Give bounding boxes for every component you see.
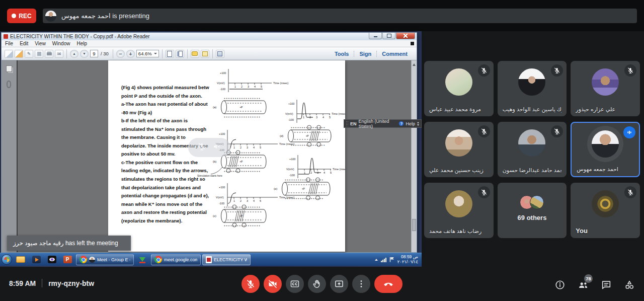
maximize-button[interactable] (382, 33, 395, 39)
help-icon[interactable]: ? (399, 121, 404, 126)
powerpoint-icon[interactable]: P (60, 254, 74, 265)
print-icon[interactable] (45, 50, 53, 58)
page-number-input[interactable]: 9 (90, 50, 98, 57)
pages-panel-icon[interactable] (6, 65, 12, 72)
pen-icon[interactable]: ✎ (25, 50, 33, 58)
participant-tile[interactable]: زينب حسنين محمد علي (424, 122, 494, 177)
people-button[interactable]: 78 (578, 279, 589, 290)
adobe-reader-icon (4, 34, 8, 39)
scroll-up-icon[interactable] (413, 62, 416, 66)
drag-handle-icon[interactable] (346, 121, 348, 126)
svg-text:(c): (c) (213, 214, 216, 217)
participant-tile[interactable]: You (571, 183, 640, 238)
participant-tile[interactable]: 69 others (498, 183, 567, 238)
raise-hand-button[interactable] (308, 275, 326, 293)
menu-item-window[interactable]: Window (52, 41, 70, 46)
expand-icon[interactable] (216, 50, 224, 58)
one-page-icon[interactable] (166, 50, 174, 58)
language-bar-options[interactable] (417, 121, 420, 127)
close-document-icon[interactable] (411, 42, 414, 45)
minimize-button[interactable] (369, 33, 382, 39)
tray-clock[interactable]: 08:59 ص٢٠٢١/٠٦/١٤ (397, 255, 418, 264)
svg-text:2: 2 (240, 146, 242, 149)
menu-item-file[interactable]: File (5, 41, 13, 46)
zoom-in-icon[interactable]: + (126, 50, 135, 58)
activities-button[interactable] (624, 279, 635, 290)
menu-item-edit[interactable]: Edit (20, 41, 28, 46)
comment-icon[interactable] (191, 50, 199, 58)
menu-item-help[interactable]: Help (76, 41, 87, 46)
language-label: English (United States) (359, 119, 397, 129)
export-icon[interactable] (15, 50, 23, 58)
comment-button[interactable]: Comment (376, 51, 413, 57)
note-icon[interactable] (201, 50, 209, 58)
svg-text:V(mV): V(mV) (286, 168, 294, 171)
participant-tile[interactable]: أحمد حامد عبدالرضا حسون (498, 122, 567, 177)
avatar (592, 130, 619, 158)
menu-item-view[interactable]: View (35, 41, 46, 46)
participant-tile[interactable]: احمد جمعه مهوس (571, 122, 640, 177)
svg-text:Time (msec): Time (msec) (273, 82, 289, 85)
window-title: ELECTRICITY WITHIN THE BODY - Copy.pdf -… (10, 34, 150, 39)
participant-tile[interactable]: مروة محمد عبيد عباس (424, 61, 494, 116)
tools-button[interactable]: Tools (330, 51, 354, 57)
participant-name: زينب حسنين محمد علي (429, 167, 484, 174)
mic-off-button[interactable] (242, 275, 260, 293)
presenter-avatar (45, 11, 56, 22)
two-page-icon[interactable] (176, 50, 184, 58)
end-call-button[interactable] (374, 275, 403, 293)
participant-name: علي عزاره حيذور (576, 106, 615, 113)
participant-name: احمد جمعه مهوس (577, 166, 618, 173)
present-button[interactable] (330, 275, 348, 293)
explorer-icon[interactable] (14, 254, 28, 265)
language-bar[interactable]: EN English (United States) ? Help (344, 119, 422, 128)
divider (42, 279, 42, 287)
meeting-details-button[interactable] (554, 279, 566, 290)
camera-off-button[interactable] (264, 275, 282, 293)
participant-tile[interactable]: تبارك ياسين عبد الواحد وهيب (498, 61, 567, 116)
download-manager-icon[interactable] (135, 254, 149, 265)
avatar (445, 129, 472, 157)
hidden-icons-icon[interactable] (375, 257, 378, 261)
captions-button[interactable] (286, 275, 304, 293)
chrome-meet-task[interactable]: Meet - Group E - ... (76, 254, 134, 265)
scrollbar-thumb[interactable] (412, 219, 416, 231)
zoom-out-icon[interactable]: − (116, 50, 125, 58)
zoom-level-input[interactable]: 64.6% (136, 50, 159, 57)
eye-app-icon[interactable] (45, 254, 59, 265)
adobe-title-bar[interactable]: ELECTRICITY WITHIN THE BODY - Copy.pdf -… (2, 33, 417, 40)
svg-text:1: 1 (234, 85, 236, 88)
email-icon[interactable]: ✉ (55, 50, 63, 58)
attachments-icon[interactable] (7, 81, 11, 88)
media-player-icon[interactable] (29, 254, 43, 265)
svg-text:+ + + + + + + + + + + + + + +: + + + + + + + + + + + + + + + + (291, 126, 325, 129)
sign-button[interactable]: Sign (354, 51, 376, 57)
mic-muted-badge (478, 186, 490, 198)
participant-tile[interactable]: علي عزاره حيذور (571, 61, 640, 116)
action-center-flag-icon[interactable] (389, 257, 394, 262)
help-label[interactable]: Help (406, 121, 415, 126)
save-icon[interactable] (35, 50, 43, 58)
page-total: / 30 (101, 51, 109, 56)
adobe-reader-task[interactable]: ELECTRICITY WIT... (202, 254, 251, 265)
more-options-button[interactable] (352, 275, 370, 293)
close-button[interactable] (396, 33, 415, 39)
participant-tile[interactable]: رضاب ناهد هاتف محمد (424, 183, 494, 238)
page-up-icon[interactable]: ▲ (70, 50, 78, 58)
chat-button[interactable] (601, 279, 612, 290)
page-down-icon[interactable]: ▼ (80, 50, 89, 58)
svg-text:2: 2 (240, 199, 242, 202)
network-icon[interactable] (381, 257, 386, 262)
task-label: meet.google.com... (164, 257, 197, 262)
task-label: Meet - Group E - ... (97, 257, 130, 262)
panel-buttons: 78 (554, 279, 635, 290)
chrome-tab-task[interactable]: meet.google.com... (151, 254, 201, 265)
google-meet-window: REC احمد جمعه مهوس is presenting ELECTRI… (0, 0, 644, 301)
mic-muted-badge (478, 64, 490, 77)
start-button[interactable] (2, 254, 12, 265)
open-icon[interactable] (5, 50, 13, 58)
adobe-sidebar (2, 60, 18, 252)
participant-name: أحمد حامد عبدالرضا حسون (503, 167, 562, 174)
presentation-mute-overlay (188, 138, 230, 157)
pdf-scrollbar[interactable] (411, 60, 417, 252)
